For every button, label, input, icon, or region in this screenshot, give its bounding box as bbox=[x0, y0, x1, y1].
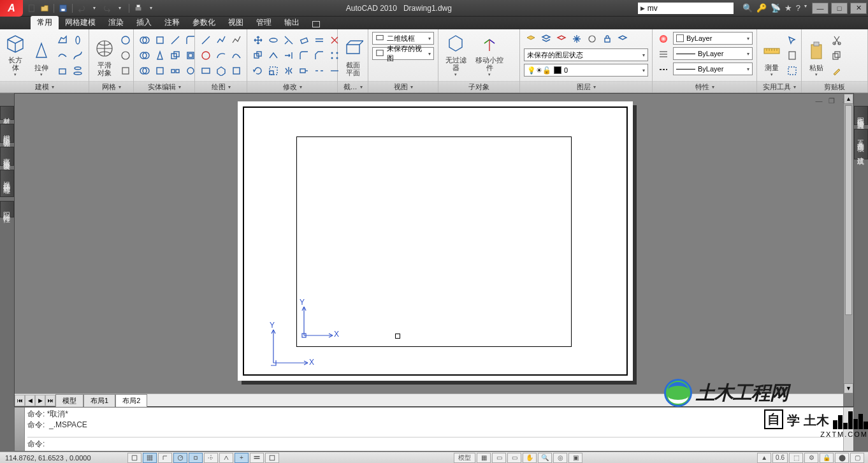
layer-state-combo[interactable]: 未保存的图层状态▾ bbox=[524, 48, 648, 61]
lwt-toggle[interactable] bbox=[250, 453, 264, 463]
mirror-icon[interactable] bbox=[282, 64, 296, 78]
qat-dropdown-icon[interactable]: ▾ bbox=[115, 3, 125, 13]
fillet-icon[interactable] bbox=[297, 48, 311, 62]
move-icon[interactable] bbox=[251, 33, 265, 47]
layer-iso-icon[interactable] bbox=[554, 32, 568, 46]
saved-view-combo[interactable]: 未保存的视图▾ bbox=[372, 47, 434, 60]
smooth-object-button[interactable]: 平滑 对象 bbox=[93, 33, 116, 78]
rotate-icon[interactable] bbox=[251, 64, 265, 78]
maximize-button[interactable]: □ bbox=[831, 3, 848, 14]
tab-layout2[interactable]: 布局2 bbox=[115, 394, 147, 407]
align3d-icon[interactable] bbox=[266, 48, 280, 62]
polyline3d-icon[interactable] bbox=[229, 33, 243, 47]
sweep-icon[interactable] bbox=[71, 48, 85, 62]
snap-toggle[interactable] bbox=[127, 453, 141, 463]
layout-viewport[interactable]: Y X bbox=[296, 136, 572, 347]
line-icon[interactable] bbox=[199, 33, 213, 47]
loft-icon[interactable] bbox=[71, 64, 85, 78]
tab-view[interactable]: 视图 bbox=[222, 16, 250, 29]
key-icon[interactable]: 🔑 bbox=[756, 3, 767, 13]
quickview-drawings-icon[interactable]: ▭ bbox=[507, 453, 521, 463]
grid-toggle[interactable] bbox=[143, 453, 157, 463]
qat-save-icon[interactable] bbox=[58, 3, 68, 13]
section-plane-button[interactable]: 截面 平面 bbox=[342, 33, 365, 78]
tab-output[interactable]: 输出 bbox=[278, 16, 306, 29]
mesh-crease-icon[interactable] bbox=[119, 64, 133, 78]
qat-dropdown-icon[interactable]: ▾ bbox=[89, 3, 99, 13]
spline-icon[interactable] bbox=[229, 48, 243, 62]
polysolid-icon[interactable] bbox=[55, 33, 69, 47]
otrack-toggle[interactable] bbox=[204, 453, 218, 463]
mesh-refine-icon[interactable] bbox=[119, 33, 133, 47]
scroll-up-icon[interactable]: ▲ bbox=[844, 94, 853, 104]
scroll-thumb[interactable] bbox=[845, 105, 852, 315]
layer-match-icon[interactable] bbox=[616, 32, 630, 46]
close-button[interactable]: ✕ bbox=[850, 3, 867, 14]
union-icon[interactable] bbox=[138, 33, 152, 47]
mesh-less-icon[interactable] bbox=[119, 48, 133, 62]
palette-render-settings[interactable]: 高级渲染设置 bbox=[0, 147, 14, 166]
model-paper-toggle[interactable]: 模型 bbox=[454, 453, 475, 463]
panel-expand-icon[interactable]: ▾ bbox=[410, 84, 413, 90]
nav-wheel-icon[interactable]: ◎ bbox=[553, 453, 567, 463]
doc-restore-icon[interactable]: ❐ bbox=[827, 96, 837, 105]
rectangle-icon[interactable] bbox=[199, 64, 213, 78]
tab-layout1[interactable]: 布局1 bbox=[83, 394, 115, 407]
panel-expand-icon[interactable]: ▾ bbox=[300, 84, 302, 90]
hardware-accel-icon[interactable]: ⬤ bbox=[835, 453, 849, 463]
sheet-last-icon[interactable]: ⏭ bbox=[45, 395, 55, 406]
lineweight-icon[interactable] bbox=[656, 47, 670, 61]
qat-print-icon[interactable] bbox=[133, 3, 143, 13]
palette-toolpalettes[interactable]: 工具选项板 - 建筑 bbox=[854, 129, 868, 159]
annoscale-value[interactable]: 0.6 bbox=[772, 453, 788, 463]
paste-button[interactable]: 粘贴▾ bbox=[806, 33, 827, 78]
command-input-line[interactable]: 命令: bbox=[27, 437, 841, 450]
tab-annotate[interactable]: 注释 bbox=[158, 16, 186, 29]
layer-lock-icon[interactable] bbox=[600, 32, 614, 46]
linetype-combo[interactable]: ByLayer▾ bbox=[673, 62, 753, 75]
tab-insert[interactable]: 插入 bbox=[130, 16, 158, 29]
layout-grid-icon[interactable]: ▦ bbox=[477, 453, 491, 463]
ws-switch-icon[interactable]: ⚙ bbox=[804, 453, 818, 463]
binoculars-icon[interactable]: 🔍 bbox=[742, 3, 753, 13]
smooth-icon[interactable] bbox=[55, 48, 69, 62]
circle-icon[interactable] bbox=[199, 48, 213, 62]
sheet-first-icon[interactable]: ⏮ bbox=[15, 395, 25, 406]
osnap-toggle[interactable] bbox=[189, 453, 203, 463]
select-icon[interactable] bbox=[785, 33, 799, 47]
cleanscreen-icon[interactable]: ▢ bbox=[850, 453, 864, 463]
extract-edge-icon[interactable] bbox=[168, 33, 182, 47]
cut-icon[interactable] bbox=[830, 33, 844, 47]
polar-toggle[interactable] bbox=[173, 453, 187, 463]
dyn-toggle[interactable]: + bbox=[235, 453, 249, 463]
sheet-prev-icon[interactable]: ◀ bbox=[25, 395, 35, 406]
scale-icon[interactable] bbox=[266, 64, 280, 78]
break-icon[interactable] bbox=[312, 64, 326, 78]
presspull-icon[interactable] bbox=[55, 64, 69, 78]
qat-open-icon[interactable] bbox=[40, 3, 50, 13]
trim-icon[interactable] bbox=[282, 33, 296, 47]
polyline-icon[interactable] bbox=[214, 33, 228, 47]
arc-icon[interactable] bbox=[214, 48, 228, 62]
palette-materials[interactable]: 材质 bbox=[0, 106, 14, 120]
layer-states-icon[interactable] bbox=[539, 32, 553, 46]
copy-clip-icon[interactable] bbox=[830, 48, 844, 62]
help-search[interactable]: ▶ bbox=[638, 3, 734, 14]
panel-expand-icon[interactable]: ▾ bbox=[360, 84, 363, 90]
doc-minimize-icon[interactable]: — bbox=[814, 96, 824, 105]
panel-expand-icon[interactable]: ▾ bbox=[712, 84, 714, 90]
offset-face-icon[interactable] bbox=[153, 64, 167, 78]
palette-sunprops[interactable]: 阳光特性 bbox=[0, 201, 14, 217]
satellite-icon[interactable]: 📡 bbox=[770, 3, 781, 13]
qat-more-icon[interactable]: ▾ bbox=[146, 3, 156, 13]
chamfer-icon[interactable] bbox=[312, 48, 326, 62]
copy-edge-icon[interactable] bbox=[168, 48, 182, 62]
intersect-icon[interactable] bbox=[138, 64, 152, 78]
visual-style-combo[interactable]: 二维线框▾ bbox=[372, 32, 434, 45]
linetype-icon[interactable] bbox=[656, 62, 670, 77]
help-icon[interactable]: ? bbox=[796, 3, 800, 13]
panel-expand-icon[interactable]: ▾ bbox=[593, 84, 596, 90]
ortho-toggle[interactable] bbox=[158, 453, 172, 463]
offset-icon[interactable] bbox=[312, 33, 326, 47]
region-icon[interactable] bbox=[229, 64, 243, 78]
